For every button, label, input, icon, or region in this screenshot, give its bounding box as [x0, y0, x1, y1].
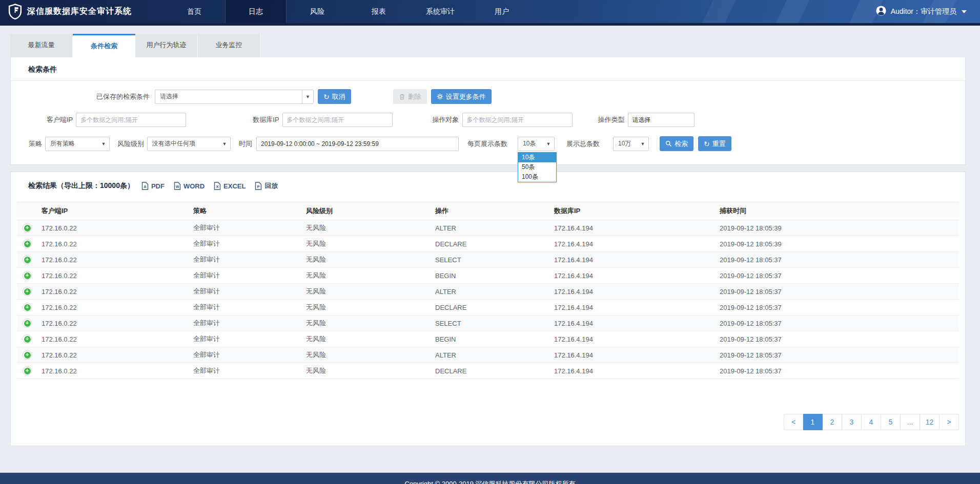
operation-target-label: 操作对象 [433, 115, 459, 124]
expand-row-button[interactable] [23, 239, 32, 248]
pagination-page-1[interactable]: 1 [803, 414, 823, 430]
pagination-page-12[interactable]: 12 [920, 414, 940, 430]
client-ip-input[interactable] [76, 113, 186, 127]
plus-icon [24, 368, 31, 374]
cell-policy: 全部审计 [189, 363, 302, 379]
cell-operation: SELECT [431, 252, 550, 268]
cell-capture-time: 2019-09-12 18:05:37 [716, 331, 959, 347]
chevron-down-icon [543, 141, 554, 146]
cell-operation: BEGIN [431, 331, 550, 347]
pagination-ellipsis[interactable]: ... [901, 414, 920, 430]
nav-item-risk[interactable]: 风险 [287, 0, 348, 23]
cell-policy: 全部审计 [189, 331, 302, 347]
table-row: 172.16.0.22 全部审计 无风险 DECLARE 172.16.4.19… [17, 236, 959, 252]
page-size-option[interactable]: 10条 [518, 153, 556, 162]
cell-risk-level: 无风险 [302, 347, 431, 363]
cell-expand [17, 315, 37, 331]
reset-button[interactable]: ↻ 重置 [698, 136, 731, 151]
pagination-next[interactable]: > [940, 414, 959, 430]
plus-icon [24, 257, 31, 263]
expand-row-button[interactable] [23, 350, 32, 360]
operation-type-input[interactable] [628, 113, 695, 127]
refresh-icon: ↻ [704, 140, 710, 148]
cell-expand [17, 300, 37, 315]
risk-level-label: 风险级别 [117, 139, 144, 149]
cell-client-ip: 172.16.0.22 [37, 236, 189, 252]
expand-row-button[interactable] [23, 255, 32, 264]
policy-select[interactable]: 所有策略 [45, 137, 110, 151]
expand-row-button[interactable] [23, 223, 32, 233]
cancel-button[interactable]: ↻ 取消 [318, 89, 351, 104]
cell-policy: 全部审计 [189, 220, 302, 236]
chevron-down-icon [98, 141, 109, 146]
cell-operation: DECLARE [431, 236, 550, 252]
page-size-select[interactable]: 10条 [518, 137, 555, 151]
expand-row-button[interactable] [23, 334, 32, 344]
tab-user-behavior[interactable]: 用户行为轨迹 [135, 34, 198, 57]
operation-target-input[interactable] [462, 113, 573, 127]
user-menu[interactable]: Auditor：审计管理员 [875, 0, 980, 23]
cell-capture-time: 2019-09-12 18:05:37 [716, 347, 959, 363]
client-ip-label: 客户端IP [47, 115, 73, 124]
expand-row-button[interactable] [23, 366, 32, 375]
nav-item-home[interactable]: 首页 [164, 0, 225, 23]
pagination-prev[interactable]: < [784, 414, 803, 430]
page-size-dropdown: 10条 50条 100条 [518, 152, 557, 182]
brand: 深信服数据库安全审计系统 [0, 0, 132, 23]
cell-operation: DECLARE [431, 363, 550, 379]
pagination-page-5[interactable]: 5 [881, 414, 901, 430]
chevron-down-icon [637, 141, 648, 146]
pagination-page-4[interactable]: 4 [862, 414, 881, 430]
cell-policy: 全部审计 [189, 315, 302, 331]
total-count-select[interactable]: 10万 [613, 137, 649, 151]
cell-client-ip: 172.16.0.22 [37, 331, 189, 347]
tab-latest-traffic[interactable]: 最新流量 [10, 34, 73, 57]
nav-item-reports[interactable]: 报表 [348, 0, 410, 23]
nav-item-users[interactable]: 用户 [471, 0, 533, 23]
tab-business-monitor[interactable]: 业务监控 [198, 34, 260, 57]
time-range-input[interactable] [256, 137, 459, 151]
export-excel-link[interactable]: X EXCEL [214, 182, 246, 190]
cell-policy: 全部审计 [189, 252, 302, 268]
cell-client-ip: 172.16.0.22 [37, 300, 189, 315]
cell-db-ip: 172.16.4.194 [550, 236, 716, 252]
expand-row-button[interactable] [23, 319, 32, 328]
nav-item-logs[interactable]: 日志 [225, 0, 287, 23]
svg-text:X: X [216, 184, 219, 189]
pagination: < 1 2 3 4 5 ... 12 > [784, 414, 959, 430]
plus-icon [24, 241, 31, 247]
search-button[interactable]: 检索 [660, 136, 693, 151]
db-ip-input[interactable] [282, 113, 393, 127]
svg-text:A: A [144, 184, 147, 189]
saved-conditions-select[interactable]: 请选择 [155, 90, 314, 104]
expand-row-button[interactable] [23, 287, 32, 296]
expand-row-button[interactable] [23, 271, 32, 280]
risk-level-select[interactable]: 没有选中任何项 [147, 137, 231, 151]
page-size-option[interactable]: 50条 [518, 162, 556, 172]
more-conditions-button[interactable]: 设置更多条件 [431, 89, 492, 104]
export-pdf-link[interactable]: A PDF [141, 182, 165, 190]
export-word-link[interactable]: W WORD [174, 182, 205, 190]
app-title: 深信服数据库安全审计系统 [27, 6, 132, 17]
cell-capture-time: 2019-09-12 18:05:37 [716, 284, 959, 300]
playback-link[interactable]: P 回放 [255, 181, 278, 191]
cell-db-ip: 172.16.4.194 [550, 315, 716, 331]
delete-button[interactable]: 删除 [393, 89, 427, 104]
tab-condition-search[interactable]: 条件检索 [73, 34, 135, 57]
cell-client-ip: 172.16.0.22 [37, 363, 189, 379]
cell-expand [17, 236, 37, 252]
cell-risk-level: 无风险 [302, 300, 431, 315]
plus-icon [24, 225, 31, 232]
shield-logo-icon [8, 4, 22, 19]
page-size-option[interactable]: 100条 [518, 172, 556, 182]
cell-expand [17, 252, 37, 268]
cell-db-ip: 172.16.4.194 [550, 300, 716, 315]
cell-capture-time: 2019-09-12 18:05:39 [716, 236, 959, 252]
nav-item-system-audit[interactable]: 系统审计 [410, 0, 471, 23]
pagination-page-3[interactable]: 3 [842, 414, 862, 430]
cell-policy: 全部审计 [189, 284, 302, 300]
plus-icon [24, 272, 31, 279]
cell-operation: ALTER [431, 284, 550, 300]
expand-row-button[interactable] [23, 303, 32, 312]
pagination-page-2[interactable]: 2 [823, 414, 842, 430]
